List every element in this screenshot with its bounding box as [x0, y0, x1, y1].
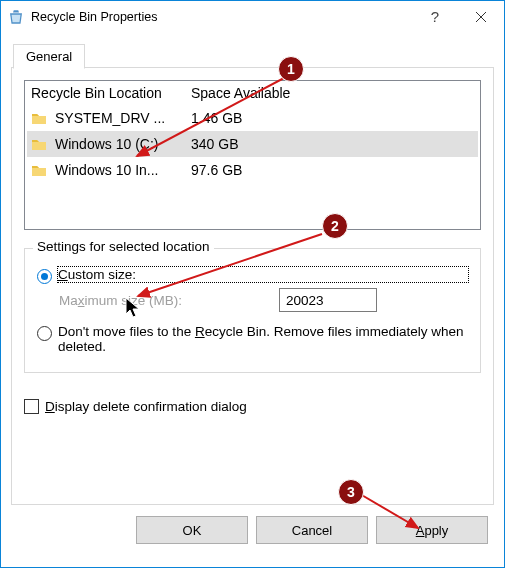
max-size-input[interactable] — [279, 288, 377, 312]
table-row[interactable]: SYSTEM_DRV ...1.46 GB — [27, 105, 478, 131]
title-bar[interactable]: Recycle Bin Properties ? — [1, 1, 504, 32]
tab-strip: General — [11, 38, 494, 68]
ok-button[interactable]: OK — [136, 516, 248, 544]
row-space: 97.6 GB — [191, 162, 474, 178]
window: Recycle Bin Properties ? General Recycle… — [0, 0, 505, 568]
button-row: OK Cancel Apply — [11, 516, 494, 544]
custom-size-label: Custom size: — [58, 267, 468, 282]
folder-icon — [31, 163, 49, 177]
window-title: Recycle Bin Properties — [31, 10, 157, 24]
header-location: Recycle Bin Location — [31, 85, 191, 101]
group-legend: Settings for selected location — [33, 239, 214, 254]
client-area: General Recycle Bin Location Space Avail… — [1, 32, 504, 554]
option-custom-size[interactable]: Custom size: — [37, 267, 468, 284]
radio-custom-size[interactable] — [37, 269, 52, 284]
row-name: SYSTEM_DRV ... — [55, 110, 191, 126]
cancel-button[interactable]: Cancel — [256, 516, 368, 544]
confirm-checkbox[interactable] — [24, 399, 39, 414]
dont-move-label: Don't move files to the Recycle Bin. Rem… — [58, 324, 468, 354]
close-button[interactable] — [458, 1, 504, 32]
option-dont-move[interactable]: Don't move files to the Recycle Bin. Rem… — [37, 324, 468, 354]
table-row[interactable]: Windows 10 In...97.6 GB — [27, 157, 478, 183]
settings-group: Settings for selected location Custom si… — [24, 248, 481, 373]
location-list[interactable]: Recycle Bin Location Space Available SYS… — [24, 80, 481, 230]
row-name: Windows 10 (C:) — [55, 136, 191, 152]
row-space: 1.46 GB — [191, 110, 474, 126]
radio-dont-move[interactable] — [37, 326, 52, 341]
tab-general[interactable]: General — [13, 44, 85, 69]
help-button[interactable]: ? — [412, 1, 458, 32]
row-space: 340 GB — [191, 136, 474, 152]
apply-button[interactable]: Apply — [376, 516, 488, 544]
recycle-bin-icon — [7, 8, 25, 26]
confirm-label: Display delete confirmation dialog — [45, 399, 247, 414]
header-space: Space Available — [191, 85, 474, 101]
list-header: Recycle Bin Location Space Available — [27, 85, 478, 105]
folder-icon — [31, 137, 49, 151]
max-size-label: Maximum size (MB): — [59, 293, 259, 308]
row-name: Windows 10 In... — [55, 162, 191, 178]
table-row[interactable]: Windows 10 (C:)340 GB — [27, 131, 478, 157]
tab-panel: Recycle Bin Location Space Available SYS… — [11, 67, 494, 505]
confirm-dialog-option[interactable]: Display delete confirmation dialog — [24, 399, 481, 414]
folder-icon — [31, 111, 49, 125]
